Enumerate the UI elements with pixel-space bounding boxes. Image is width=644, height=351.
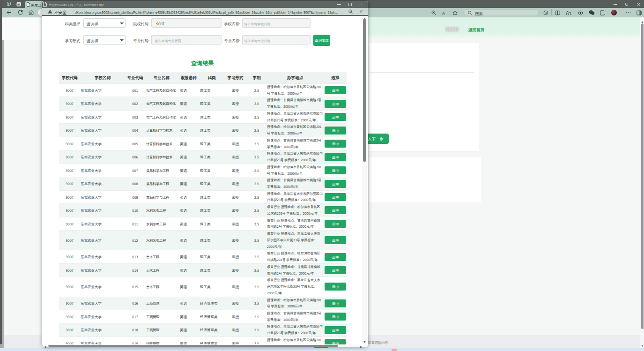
svg-text:3: 3 [545,11,547,15]
